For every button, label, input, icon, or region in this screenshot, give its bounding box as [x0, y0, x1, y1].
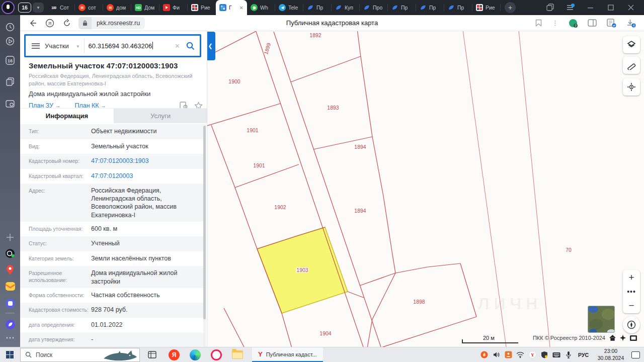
minimize-button[interactable] [587, 4, 595, 12]
profile-avatar-icon[interactable] [2, 1, 15, 14]
new-tab-button[interactable]: + [505, 2, 516, 13]
maps-pin-icon[interactable] [5, 264, 15, 275]
zoom-more-button[interactable]: ••• [623, 285, 640, 298]
plus-icon[interactable] [5, 232, 15, 242]
more-dots-icon[interactable] [5, 336, 15, 346]
search-submit-icon[interactable] [186, 42, 195, 50]
lock-icon[interactable] [78, 17, 92, 29]
refresh-icon[interactable] [62, 19, 71, 28]
tab-stack-icon[interactable] [546, 4, 554, 12]
task-favicon: Y [258, 350, 263, 358]
active-task[interactable]: Y Публичная кадаст... [252, 347, 323, 362]
browser-tab-пр[interactable]: Пр [416, 0, 444, 15]
copies-icon[interactable] [5, 76, 15, 86]
screenshot-icon[interactable] [5, 99, 15, 109]
cadastral-map[interactable]: 1892189919001893190118941901189419021903… [207, 31, 644, 347]
browser-tab-tele[interactable]: Tele [275, 0, 303, 15]
tabs-counter[interactable]: 16 [5, 55, 15, 65]
parcel-label-1902: 1902 [274, 204, 286, 210]
tab-group-counter[interactable]: 16 [18, 3, 31, 13]
messenger-icon[interactable] [5, 248, 15, 258]
history-icon[interactable] [5, 22, 15, 32]
layers-button[interactable] [623, 36, 640, 53]
zoom-out-button[interactable]: − [623, 298, 640, 313]
ext-doc-icon[interactable] [607, 19, 616, 28]
browser-tab-пр[interactable]: Пр [444, 0, 472, 15]
browser-tab-рие[interactable]: Рие [472, 0, 501, 15]
fullscreen-icon[interactable] [630, 335, 637, 341]
browser-tab-дом[interactable]: HDДом [131, 0, 159, 15]
search-input[interactable]: 60.315694 30.463206 [89, 42, 152, 50]
taskbar-clock[interactable]: 23:00 30.08.2024 [596, 348, 625, 361]
yandex-home-icon[interactable]: Я [45, 19, 54, 28]
collapse-panel-button[interactable]: ❮ [207, 32, 215, 60]
taskbar-edge-icon[interactable] [190, 349, 201, 360]
home-icon[interactable] [609, 335, 616, 341]
ext-panels-icon[interactable] [588, 19, 597, 27]
taskbar-yandex-icon[interactable]: Я [169, 349, 180, 360]
bookmark-icon[interactable] [535, 19, 542, 27]
alice-icon[interactable] [5, 319, 15, 329]
url-chip[interactable]: pkk.rosreestr.ru [78, 17, 145, 29]
tray-mic-icon[interactable] [565, 351, 573, 359]
browser-tab-фи[interactable]: Фи [159, 0, 188, 15]
parcel-label-70: 70 [566, 247, 572, 253]
svg-text:16: 16 [8, 58, 13, 63]
url-text[interactable]: pkk.rosreestr.ru [92, 20, 145, 27]
mail-icon[interactable] [5, 281, 15, 291]
browser-tab-дом[interactable]: Ядом [103, 0, 131, 15]
chevron-down-icon[interactable]: ▼ [33, 3, 44, 13]
tab-group[interactable]: 16 ▼ [18, 3, 44, 13]
compass-button[interactable] [623, 316, 640, 333]
tray-volume-icon[interactable] [492, 351, 500, 359]
browser-tab-рие[interactable]: Рие [188, 0, 216, 15]
taskbar-explorer-icon[interactable] [232, 350, 243, 359]
tray-keyboard-icon[interactable] [552, 351, 560, 359]
download-icon[interactable]: 4 [626, 19, 636, 28]
browser-tab-г[interactable]: Г✕ [216, 0, 247, 15]
browser-tab-куп[interactable]: Куп [332, 0, 360, 15]
downloads-list-icon[interactable] [567, 4, 575, 12]
search-category[interactable]: Участки [45, 42, 69, 50]
browser-tab-пр[interactable]: Пр [388, 0, 416, 15]
tray-shield-icon[interactable] [540, 351, 548, 359]
browser-tab-сот[interactable]: 100Сот [47, 0, 75, 15]
ext-green-icon[interactable]: 7 [569, 19, 578, 28]
browser-tab-пр[interactable]: Пр [303, 0, 332, 15]
tray-app-icon[interactable] [504, 351, 512, 359]
disk-icon[interactable] [5, 298, 15, 308]
player-icon[interactable] [5, 36, 15, 46]
tab-information[interactable]: Информация [20, 109, 114, 123]
tab-services[interactable]: Услуги [114, 109, 207, 123]
zoom-in-button[interactable]: + [623, 270, 640, 285]
kebab-menu-icon[interactable]: ⋮ [552, 19, 558, 27]
taskbar-opera-icon[interactable] [211, 349, 222, 360]
tab-strip: 100СотЯсотЯдомHDДомФиРиеГ✕WhTeleПрКупПро… [47, 0, 501, 15]
task-view-icon[interactable] [148, 351, 156, 358]
maximize-button[interactable] [607, 4, 615, 12]
map-canvas[interactable]: 1892189919001893190118941901189419021903… [207, 31, 644, 347]
panel-scrollbar-thumb[interactable] [203, 126, 206, 319]
clear-search-icon[interactable]: ✕ [175, 42, 180, 50]
map-search-box: Участки ▼ 60.315694 30.463206 ✕ [24, 34, 201, 57]
tray-yandex-icon[interactable]: Y [528, 351, 536, 359]
parcel-boundary-line [360, 263, 460, 286]
language-indicator[interactable]: РУС [578, 352, 589, 358]
back-icon[interactable] [28, 19, 37, 28]
browser-side-rail: 16 [0, 15, 20, 347]
notification-center-icon[interactable] [631, 351, 640, 358]
ruler-button[interactable] [623, 57, 640, 74]
browser-tab-сот[interactable]: Ясот [75, 0, 103, 15]
close-button[interactable] [627, 4, 635, 12]
tray-wifi-icon[interactable] [516, 351, 524, 359]
minimap-thumbnail[interactable] [588, 306, 615, 333]
menu-icon[interactable] [32, 43, 40, 49]
locate-button[interactable] [623, 78, 640, 96]
browser-tab-про[interactable]: Про [360, 0, 388, 15]
taskbar-search[interactable]: Поиск [20, 348, 140, 362]
compass-small-icon[interactable] [620, 335, 626, 341]
tray-flame-icon[interactable] [480, 351, 488, 359]
browser-tab-wh[interactable]: Wh [247, 0, 275, 15]
start-button[interactable] [6, 351, 14, 358]
category-chevron-icon[interactable]: ▼ [76, 44, 80, 49]
